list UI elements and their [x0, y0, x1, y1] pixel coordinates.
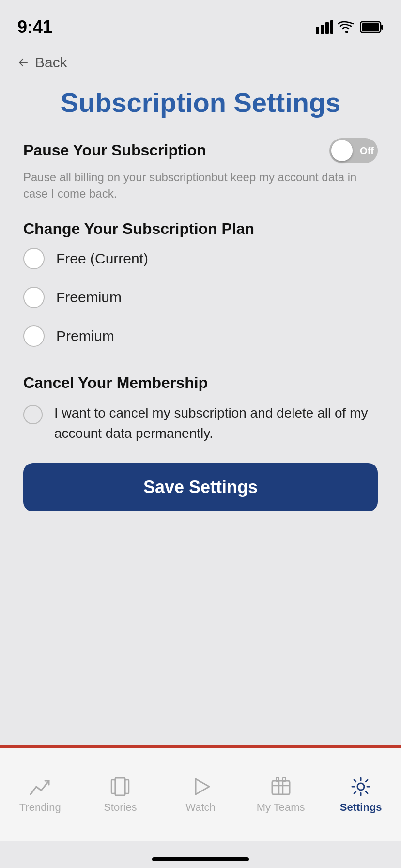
cancel-text: I want to cancel my subscription and del…	[54, 403, 378, 444]
radio-circle-free	[23, 248, 45, 269]
svg-rect-2	[325, 22, 329, 34]
cancel-radio-circle	[23, 405, 43, 424]
my-teams-icon	[269, 776, 293, 797]
svg-rect-3	[330, 20, 333, 34]
tab-bar: Trending Stories Watch My Teams	[0, 748, 401, 841]
pause-toggle[interactable]: Off	[329, 138, 378, 163]
plan-label-free: Free (Current)	[56, 250, 148, 267]
radio-circle-premium	[23, 326, 45, 347]
signal-icon	[316, 20, 333, 34]
tab-settings-label: Settings	[340, 801, 382, 814]
settings-icon	[349, 776, 372, 797]
tab-watch-label: Watch	[185, 801, 216, 814]
plan-option-premium[interactable]: Premium	[23, 317, 378, 356]
stories-icon	[108, 776, 132, 797]
status-bar: 9:41	[0, 0, 401, 43]
back-arrow-icon	[17, 57, 29, 68]
change-plan-title: Change Your Subscription Plan	[23, 219, 378, 239]
status-time: 9:41	[17, 17, 52, 37]
svg-rect-7	[362, 23, 379, 31]
change-plan-section: Change Your Subscription Plan Free (Curr…	[23, 219, 378, 356]
main-content: Subscription Settings Pause Your Subscri…	[0, 86, 401, 512]
plan-option-freemium[interactable]: Freemium	[23, 278, 378, 317]
battery-icon	[360, 21, 384, 33]
svg-rect-8	[115, 778, 125, 795]
radio-circle-freemium	[23, 287, 45, 308]
svg-point-4	[345, 31, 348, 33]
wifi-icon	[338, 20, 355, 34]
back-label: Back	[35, 54, 67, 71]
svg-rect-6	[381, 25, 383, 30]
svg-rect-9	[111, 780, 115, 793]
svg-marker-11	[196, 779, 209, 794]
watch-icon	[189, 776, 212, 797]
plan-option-free[interactable]: Free (Current)	[23, 239, 378, 278]
home-indicator	[152, 857, 249, 861]
back-button[interactable]: Back	[0, 43, 401, 77]
pause-section: Pause Your Subscription Off Pause all bi…	[23, 138, 378, 202]
trending-icon	[29, 776, 52, 797]
plan-label-freemium: Freemium	[56, 289, 122, 306]
plan-label-premium: Premium	[56, 328, 114, 344]
toggle-knob	[331, 140, 353, 161]
tab-my-teams[interactable]: My Teams	[241, 776, 321, 814]
status-icons	[316, 20, 384, 34]
svg-point-15	[357, 783, 364, 790]
save-settings-button[interactable]: Save Settings	[23, 463, 378, 512]
cancel-option[interactable]: I want to cancel my subscription and del…	[23, 403, 378, 444]
save-settings-label: Save Settings	[143, 477, 258, 497]
svg-rect-1	[321, 25, 324, 34]
svg-rect-12	[272, 781, 290, 794]
tab-stories[interactable]: Stories	[80, 776, 161, 814]
pause-title: Pause Your Subscription	[23, 140, 206, 161]
tab-settings[interactable]: Settings	[321, 776, 401, 814]
page-title: Subscription Settings	[23, 86, 378, 119]
tab-watch[interactable]: Watch	[160, 776, 241, 814]
cancel-section: Cancel Your Membership I want to cancel …	[23, 373, 378, 444]
pause-description: Pause all billing on your subscriptionbu…	[23, 169, 378, 202]
svg-rect-0	[316, 27, 319, 34]
tab-trending[interactable]: Trending	[0, 776, 80, 814]
cancel-title: Cancel Your Membership	[23, 373, 378, 393]
tab-trending-label: Trending	[19, 801, 61, 814]
toggle-label: Off	[360, 145, 374, 156]
svg-rect-10	[125, 780, 129, 793]
tab-stories-label: Stories	[104, 801, 137, 814]
tab-my-teams-label: My Teams	[257, 801, 305, 814]
pause-toggle-wrapper: Off	[329, 138, 378, 163]
